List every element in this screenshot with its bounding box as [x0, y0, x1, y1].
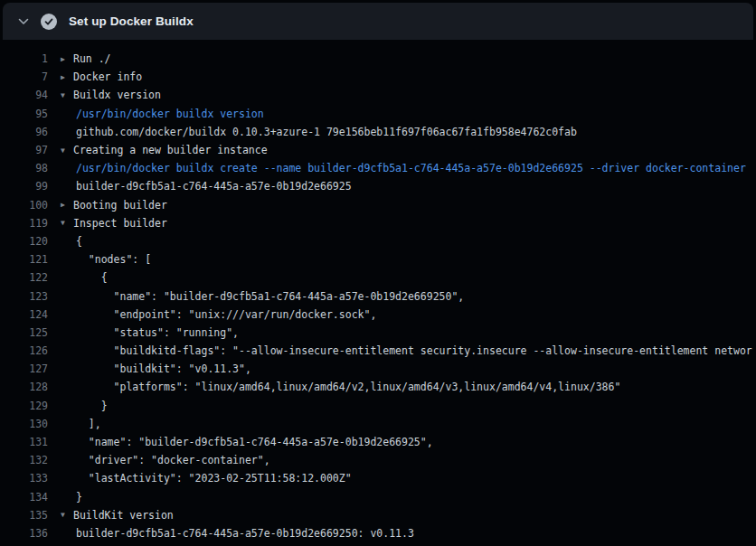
collapsed-arrow-icon[interactable]: ▶: [61, 201, 73, 209]
log-text: "name": "builder-d9cfb5a1-c764-445a-a57e…: [76, 436, 433, 448]
line-number[interactable]: 120: [0, 235, 48, 248]
log-line: 130 ],: [0, 415, 756, 433]
log-line-content: "nodes": [: [61, 253, 151, 266]
log-group-header[interactable]: 7 ▶Docker info: [0, 68, 756, 86]
log-text: Creating a new builder instance: [73, 144, 268, 156]
collapsed-arrow-icon[interactable]: ▶: [61, 55, 73, 63]
log-text: }: [76, 491, 82, 504]
line-number[interactable]: 98: [0, 162, 48, 174]
line-number[interactable]: 134: [0, 491, 48, 504]
log-line-content: ],: [61, 418, 101, 430]
log-line-content: {: [61, 271, 108, 284]
log-line: 134 }: [0, 488, 756, 506]
log-line: 128 "platforms": "linux/amd64,linux/amd6…: [0, 378, 756, 396]
log-line-content: ▼Inspect builder: [61, 217, 167, 230]
log-text: "nodes": [: [76, 253, 151, 266]
line-number[interactable]: 133: [0, 472, 48, 485]
log-line-content: builder-d9cfb5a1-c764-445a-a57e-0b19d2e6…: [61, 527, 414, 540]
log-group-header[interactable]: 1 ▶Run ./: [0, 50, 756, 68]
log-text: Inspect builder: [73, 217, 167, 230]
log-line-content: "status": "running",: [61, 326, 239, 339]
log-line: 136 builder-d9cfb5a1-c764-445a-a57e-0b19…: [0, 524, 756, 542]
log-line-content: /usr/bin/docker buildx version: [61, 108, 264, 120]
log-text: builder-d9cfb5a1-c764-445a-a57e-0b19d2e6…: [76, 527, 414, 540]
line-number[interactable]: 99: [0, 180, 48, 193]
log-line: 121 "nodes": [: [0, 250, 756, 268]
line-number[interactable]: 121: [0, 253, 48, 266]
log-group-header[interactable]: 119 ▼Inspect builder: [0, 214, 756, 232]
log-line: 123 "name": "builder-d9cfb5a1-c764-445a-…: [0, 287, 756, 305]
log-text: ],: [76, 418, 101, 430]
line-number[interactable]: 100: [0, 199, 48, 212]
log-line: 99 builder-d9cfb5a1-c764-445a-a57e-0b19d…: [0, 177, 756, 195]
log-line: 96 github.com/docker/buildx 0.10.3+azure…: [0, 123, 756, 141]
step-title: Set up Docker Buildx: [69, 14, 194, 28]
expanded-arrow-icon[interactable]: ▼: [61, 91, 73, 99]
log-line-content: "buildkit": "v0.11.3",: [61, 362, 251, 375]
log-text: builder-d9cfb5a1-c764-445a-a57e-0b19d2e6…: [76, 180, 352, 193]
log-line-content: }: [61, 491, 82, 504]
log-line: 127 "buildkit": "v0.11.3",: [0, 360, 756, 378]
line-number[interactable]: 127: [0, 362, 48, 375]
line-number[interactable]: 95: [0, 108, 48, 120]
chevron-down-icon[interactable]: [16, 14, 31, 29]
log-text: Booting builder: [73, 199, 167, 212]
log-line-content: }: [61, 400, 108, 412]
log-line: 125 "status": "running",: [0, 324, 756, 342]
log-text: /usr/bin/docker buildx create --name bui…: [76, 162, 746, 174]
line-number[interactable]: 136: [0, 527, 48, 540]
log-line-content: ▶Run ./: [61, 52, 111, 65]
log-line-content: ▼Creating a new builder instance: [61, 144, 268, 156]
collapsed-arrow-icon[interactable]: ▶: [61, 73, 73, 81]
log-line-content: ▶Docker info: [61, 71, 142, 83]
line-number[interactable]: 119: [0, 217, 48, 230]
line-number[interactable]: 125: [0, 326, 48, 339]
line-number[interactable]: 7: [0, 71, 48, 83]
log-line: 129 }: [0, 397, 756, 415]
line-number[interactable]: 135: [0, 509, 48, 522]
log-line-content: github.com/docker/buildx 0.10.3+azure-1 …: [61, 126, 577, 138]
line-number[interactable]: 123: [0, 290, 48, 303]
log-text: "platforms": "linux/amd64,linux/amd64/v2…: [76, 381, 620, 393]
line-number[interactable]: 126: [0, 344, 48, 357]
log-line-content: ▼Buildx version: [61, 89, 161, 101]
log-line: 95 /usr/bin/docker buildx version: [0, 105, 756, 123]
line-number[interactable]: 124: [0, 308, 48, 321]
log-text: "buildkitd-flags": "--allow-insecure-ent…: [76, 344, 752, 357]
log-text: Docker info: [73, 71, 142, 83]
log-text: /usr/bin/docker buildx version: [76, 108, 264, 120]
log-line-content: ▶Booting builder: [61, 199, 167, 212]
check-circle-icon: [41, 14, 57, 30]
log-text: {: [76, 271, 108, 284]
line-number[interactable]: 131: [0, 436, 48, 448]
log-line: 120 {: [0, 232, 756, 250]
expanded-arrow-icon[interactable]: ▼: [61, 146, 73, 155]
log-group-header[interactable]: 100 ▶Booting builder: [0, 196, 756, 214]
log-text: "name": "builder-d9cfb5a1-c764-445a-a57e…: [76, 290, 464, 303]
line-number[interactable]: 128: [0, 381, 48, 393]
log-line-content: "buildkitd-flags": "--allow-insecure-ent…: [61, 344, 752, 357]
log-text: "buildkit": "v0.11.3",: [76, 362, 251, 375]
log-line: 133 "lastActivity": "2023-02-25T11:58:12…: [0, 469, 756, 487]
log-group-header[interactable]: 135 ▼BuildKit version: [0, 506, 756, 524]
line-number[interactable]: 97: [0, 144, 48, 156]
line-number[interactable]: 132: [0, 454, 48, 466]
log-line-content: "name": "builder-d9cfb5a1-c764-445a-a57e…: [61, 436, 433, 448]
log-group-header[interactable]: 97 ▼Creating a new builder instance: [0, 141, 756, 159]
line-number[interactable]: 122: [0, 271, 48, 284]
expanded-arrow-icon[interactable]: ▼: [61, 219, 73, 227]
log-text: {: [76, 235, 82, 248]
log-text: }: [76, 400, 108, 412]
line-number[interactable]: 1: [0, 52, 48, 65]
step-header[interactable]: Set up Docker Buildx: [3, 3, 753, 40]
log-line: 122 {: [0, 268, 756, 287]
line-number[interactable]: 130: [0, 418, 48, 430]
line-number[interactable]: 96: [0, 126, 48, 138]
log-text: Run ./: [73, 52, 111, 65]
line-number[interactable]: 129: [0, 400, 48, 412]
expanded-arrow-icon[interactable]: ▼: [61, 511, 73, 519]
log-line-content: ▼BuildKit version: [61, 509, 174, 522]
line-number[interactable]: 94: [0, 89, 48, 101]
log-line: 131 "name": "builder-d9cfb5a1-c764-445a-…: [0, 433, 756, 451]
log-group-header[interactable]: 94 ▼Buildx version: [0, 86, 756, 104]
